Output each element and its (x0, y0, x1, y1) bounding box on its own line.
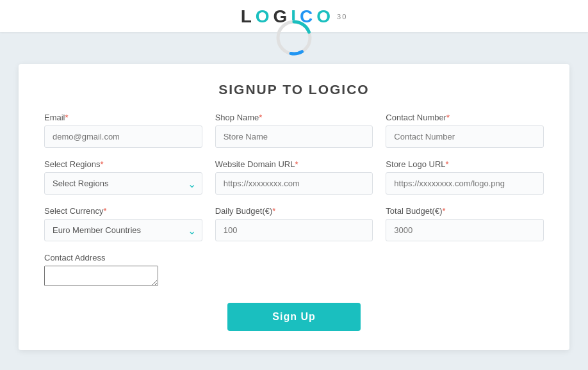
website-domain-group: Website Domain URL* (215, 159, 373, 195)
select-regions-label: Select Regions* (44, 159, 202, 169)
spinner-wrap (274, 18, 314, 58)
contact-number-label: Contact Number* (386, 113, 544, 122)
store-logo-group: Store Logo URL* (386, 159, 544, 195)
contact-number-field[interactable] (386, 125, 544, 148)
shop-name-label: Shop Name* (215, 113, 373, 122)
signup-button[interactable]: Sign Up (227, 303, 360, 331)
daily-budget-group: Daily Budget(€)* (215, 206, 373, 241)
website-domain-label: Website Domain URL* (215, 159, 373, 169)
email-label: Email* (44, 113, 202, 122)
store-logo-field[interactable] (386, 172, 544, 195)
select-regions-wrap: Select Regions ⌄ (44, 172, 202, 195)
store-logo-label: Store Logo URL* (386, 159, 544, 169)
shop-name-group: Shop Name* (215, 113, 373, 148)
svg-point-2 (274, 18, 314, 58)
signup-btn-row: Sign Up (44, 303, 544, 331)
select-currency-wrap: Euro Member Countries ⌄ (44, 219, 202, 241)
website-domain-field[interactable] (215, 172, 373, 195)
total-budget-label: Total Budget(€)* (386, 206, 544, 216)
shop-name-field[interactable] (215, 125, 373, 148)
daily-budget-field[interactable] (215, 219, 373, 241)
form-title: SIGNUP TO LOGICO (44, 82, 544, 97)
contact-address-field[interactable] (44, 266, 158, 286)
spinner-icon (274, 18, 314, 58)
logo-sub: 30 (337, 13, 347, 20)
email-field[interactable] (44, 125, 202, 148)
select-regions-dropdown[interactable]: Select Regions (44, 172, 202, 195)
form-card: SIGNUP TO LOGICO Email* Shop Name* Conta… (19, 64, 569, 350)
contact-number-group: Contact Number* (386, 113, 544, 148)
select-currency-dropdown[interactable]: Euro Member Countries (44, 219, 202, 241)
select-currency-label: Select Currency* (44, 206, 202, 216)
contact-address-label: Contact Address (44, 253, 544, 262)
total-budget-group: Total Budget(€)* (386, 206, 544, 241)
form-row-1: Email* Shop Name* Contact Number* (44, 113, 544, 148)
select-regions-group: Select Regions* Select Regions ⌄ (44, 159, 202, 195)
total-budget-field[interactable] (386, 219, 544, 241)
daily-budget-label: Daily Budget(€)* (215, 206, 373, 216)
email-group: Email* (44, 113, 202, 148)
form-row-3: Select Currency* Euro Member Countries ⌄… (44, 206, 544, 241)
form-row-2: Select Regions* Select Regions ⌄ Website… (44, 159, 544, 195)
contact-address-group: Contact Address (44, 253, 544, 289)
select-currency-group: Select Currency* Euro Member Countries ⌄ (44, 206, 202, 241)
